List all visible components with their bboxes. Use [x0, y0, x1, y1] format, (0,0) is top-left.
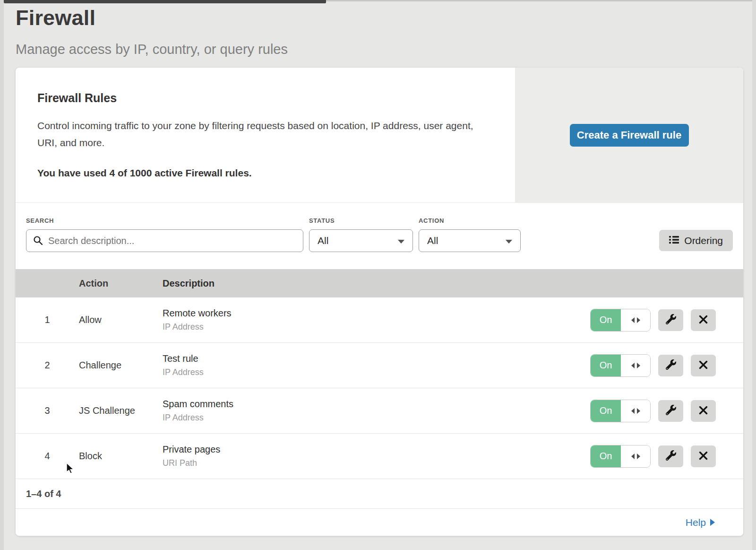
- rules-description: Control incoming traffic to your zone by…: [37, 117, 482, 151]
- left-right-arrows-icon: [621, 400, 650, 422]
- wrench-icon: [666, 314, 676, 326]
- action-select[interactable]: All: [419, 229, 521, 252]
- ordering-button-label: Ordering: [684, 235, 723, 246]
- description-column-header: Description: [163, 278, 743, 289]
- pagination: 1–4 of 4: [16, 479, 743, 508]
- caret-right-icon: [710, 517, 715, 528]
- rule-controls: On: [590, 400, 743, 422]
- rule-description: Private pages URI Path: [163, 444, 590, 468]
- search-input-wrap: [26, 229, 303, 252]
- rule-priority: 2: [16, 360, 79, 371]
- window-top-edge: [4, 0, 326, 3]
- table-row: 4 Block Private pages URI Path On: [16, 434, 743, 479]
- close-icon: [699, 360, 708, 371]
- search-icon: [33, 236, 43, 247]
- table-row: 2 Challenge Test rule IP Address On: [16, 343, 743, 388]
- status-selected-value: All: [318, 235, 328, 246]
- rule-priority: 3: [16, 405, 79, 416]
- table-row: 3 JS Challenge Spam comments IP Address …: [16, 388, 743, 434]
- rules-usage: You have used 4 of 1000 active Firewall …: [37, 167, 482, 179]
- toggle-on-label: On: [591, 309, 621, 331]
- screenshot-right-edge: [752, 0, 756, 550]
- status-select[interactable]: All: [309, 229, 413, 252]
- card-footer: Help: [16, 508, 743, 536]
- screenshot-left-edge: [0, 0, 4, 550]
- rule-action: JS Challenge: [79, 405, 163, 416]
- rule-controls: On: [590, 445, 743, 468]
- search-input[interactable]: [26, 229, 303, 252]
- create-rule-panel: Create a Firewall rule: [515, 68, 743, 202]
- edit-rule-button[interactable]: [658, 400, 683, 422]
- page-subtitle: Manage access by IP, country, or query r…: [16, 42, 288, 57]
- search-label: SEARCH: [26, 217, 303, 224]
- wrench-icon: [666, 450, 676, 462]
- rule-action: Allow: [79, 314, 163, 325]
- rule-field-type: IP Address: [163, 322, 590, 332]
- edit-rule-button[interactable]: [658, 309, 683, 331]
- page-header: Firewall Manage access by IP, country, o…: [16, 6, 288, 57]
- close-icon: [699, 406, 708, 416]
- rule-priority: 4: [16, 451, 79, 462]
- list-icon: [669, 235, 679, 246]
- left-right-arrows-icon: [621, 445, 650, 467]
- rule-enabled-toggle[interactable]: On: [590, 309, 651, 332]
- rule-field-type: URI Path: [163, 458, 590, 468]
- toggle-on-label: On: [591, 400, 621, 422]
- left-right-arrows-icon: [621, 309, 650, 331]
- rule-field-type: IP Address: [163, 367, 590, 377]
- help-link[interactable]: Help: [686, 517, 715, 528]
- status-label: STATUS: [309, 217, 413, 224]
- action-column-header: Action: [79, 278, 163, 289]
- rule-description: Remote workers IP Address: [163, 308, 590, 332]
- chevron-down-icon: [398, 235, 404, 246]
- help-link-label: Help: [686, 517, 706, 528]
- delete-rule-button[interactable]: [691, 309, 716, 331]
- rule-controls: On: [590, 309, 743, 332]
- firewall-rules-card: Firewall Rules Control incoming traffic …: [16, 68, 743, 536]
- left-right-arrows-icon: [621, 355, 650, 376]
- page-title: Firewall: [16, 6, 288, 30]
- chevron-down-icon: [506, 235, 512, 246]
- close-icon: [699, 315, 708, 325]
- action-filter: ACTION All: [419, 217, 521, 252]
- filter-spacer: [526, 217, 653, 252]
- action-selected-value: All: [427, 235, 438, 246]
- delete-rule-button[interactable]: [691, 400, 716, 422]
- rule-description-title: Remote workers: [163, 308, 590, 319]
- rules-overview-section: Firewall Rules Control incoming traffic …: [16, 68, 743, 202]
- rule-enabled-toggle[interactable]: On: [590, 445, 651, 468]
- toggle-on-label: On: [591, 355, 621, 376]
- rule-enabled-toggle[interactable]: On: [590, 354, 651, 377]
- rules-intro: Firewall Rules Control incoming traffic …: [16, 68, 515, 202]
- wrench-icon: [666, 405, 676, 417]
- rule-description-title: Test rule: [163, 353, 590, 364]
- edit-rule-button[interactable]: [658, 445, 683, 467]
- edit-rule-button[interactable]: [658, 355, 683, 376]
- filter-bar: SEARCH STATUS All ACTION All: [16, 202, 743, 269]
- rule-priority: 1: [16, 314, 79, 325]
- rule-action: Challenge: [79, 360, 163, 371]
- rule-enabled-toggle[interactable]: On: [590, 400, 651, 422]
- create-firewall-rule-button[interactable]: Create a Firewall rule: [570, 124, 689, 147]
- delete-rule-button[interactable]: [691, 445, 716, 467]
- status-filter: STATUS All: [309, 217, 413, 252]
- rule-description: Test rule IP Address: [163, 353, 590, 377]
- rule-field-type: IP Address: [163, 413, 590, 423]
- rules-heading: Firewall Rules: [37, 91, 482, 105]
- rule-controls: On: [590, 354, 743, 377]
- rule-action: Block: [79, 451, 163, 462]
- search-filter: SEARCH: [26, 217, 303, 252]
- delete-rule-button[interactable]: [691, 355, 716, 376]
- close-icon: [699, 451, 708, 462]
- rule-description-title: Spam comments: [163, 399, 590, 410]
- wrench-icon: [666, 359, 676, 371]
- table-row: 1 Allow Remote workers IP Address On: [16, 297, 743, 343]
- rule-description-title: Private pages: [163, 444, 590, 455]
- table-header: Action Description: [16, 269, 743, 297]
- pagination-range: 1–4 of 4: [26, 489, 61, 499]
- action-label: ACTION: [419, 217, 521, 224]
- rule-description: Spam comments IP Address: [163, 399, 590, 423]
- ordering-button[interactable]: Ordering: [659, 230, 733, 251]
- toggle-on-label: On: [591, 445, 621, 467]
